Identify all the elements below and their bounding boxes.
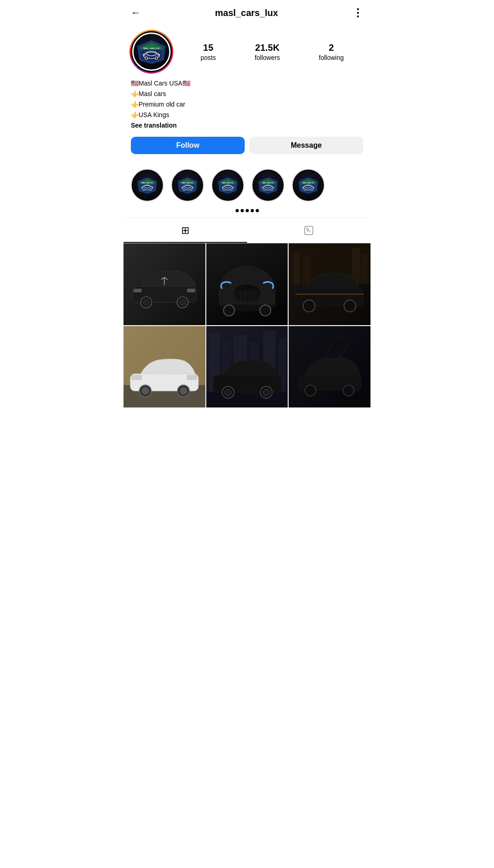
see-translation-button[interactable]: See translation: [131, 121, 363, 130]
grid-tab[interactable]: ⊞: [124, 218, 247, 243]
highlight-item[interactable]: MASL_CARS_LUX: [252, 169, 285, 202]
followers-label: followers: [255, 54, 280, 61]
message-button[interactable]: Message: [249, 137, 363, 154]
svg-rect-35: [232, 187, 233, 188]
grid-item[interactable]: [289, 326, 370, 408]
dot-4: [251, 209, 254, 212]
highlight-logo: MASL_CARS_LUX: [218, 177, 238, 193]
bio-line-2: ⚜️Masl cars: [131, 89, 363, 99]
highlight-logo: MASL_CARS_LUX: [177, 177, 198, 193]
svg-point-51: [311, 189, 313, 191]
highlight-circle: MASL_CARS_LUX: [211, 169, 244, 202]
header: ← masl_cars_lux ⋮: [124, 0, 370, 26]
grid-item[interactable]: [289, 243, 370, 325]
svg-rect-25: [182, 187, 183, 188]
highlight-circle: MASL_CARS_LUX: [171, 169, 204, 202]
svg-point-50: [304, 189, 306, 191]
dot-2: [241, 209, 244, 212]
grid-item[interactable]: [124, 243, 205, 325]
highlights-dots: [124, 209, 370, 218]
svg-point-77: [260, 305, 271, 316]
svg-rect-52: [303, 187, 304, 188]
svg-text:MASL_CARS_LUX: MASL_CARS_LUX: [303, 182, 314, 184]
more-options-button[interactable]: ⋮: [352, 6, 363, 19]
svg-point-15: [150, 189, 152, 191]
svg-rect-43: [263, 187, 264, 188]
svg-text:MASL_CARS_LUX: MASL_CARS_LUX: [142, 182, 153, 184]
tagged-icon: [303, 225, 314, 236]
highlight-circle: MASL_CARS_LUX: [252, 169, 285, 202]
svg-point-110: [263, 389, 269, 396]
car-photo-5: [206, 326, 288, 408]
followers-stat[interactable]: 21.5K followers: [255, 43, 280, 61]
profile-logo-svg: MASL_CARS_LUX: [137, 40, 166, 64]
action-buttons: Follow Message: [131, 137, 363, 154]
svg-point-41: [263, 189, 265, 191]
svg-point-6: [155, 57, 158, 59]
posts-count: 15: [203, 43, 213, 53]
svg-rect-8: [157, 54, 160, 55]
svg-point-33: [231, 189, 232, 191]
bio-line-3: ⚜️Premium old car: [131, 100, 363, 109]
posts-stat[interactable]: 15 posts: [200, 43, 215, 61]
highlight-circle: MASL_CARS_LUX: [292, 169, 325, 202]
highlight-item[interactable]: MASL_CARS_LUX: [131, 169, 164, 202]
car-photo-6: [289, 326, 370, 408]
svg-point-56: [306, 228, 308, 230]
svg-point-86: [344, 300, 356, 312]
highlight-logo: MASL_CARS_LUX: [137, 177, 157, 193]
car-photo-2: [206, 243, 288, 325]
svg-rect-26: [192, 187, 193, 188]
bio-section: 🇺🇸Masl Cars USA🇺🇸 ⚜️Masl cars ⚜️Premium …: [131, 79, 363, 130]
svg-rect-44: [272, 187, 274, 188]
grid-item[interactable]: [206, 326, 288, 408]
svg-text:MASL_CARS_LUX: MASL_CARS_LUX: [143, 47, 159, 49]
avatar[interactable]: MASL_CARS_LUX: [131, 31, 172, 72]
svg-rect-7: [143, 54, 145, 55]
svg-point-95: [180, 388, 187, 394]
svg-point-14: [143, 189, 145, 191]
following-stat[interactable]: 2 following: [319, 43, 344, 61]
svg-text:MASL_CARS_LUX: MASL_CARS_LUX: [263, 182, 274, 184]
svg-rect-53: [312, 187, 314, 188]
photo-grid: [124, 243, 370, 407]
svg-rect-80: [293, 252, 300, 284]
username-title: masl_cars_lux: [141, 8, 352, 18]
grid-item[interactable]: [124, 326, 205, 408]
svg-text:MASL_CARS_LUX: MASL_CARS_LUX: [182, 182, 193, 184]
stats-container: 15 posts 21.5K followers 2 following: [181, 43, 363, 61]
back-button[interactable]: ←: [131, 7, 141, 19]
svg-point-60: [143, 299, 150, 305]
svg-point-108: [225, 389, 231, 396]
followers-count: 21.5K: [255, 43, 279, 53]
highlight-item[interactable]: MASL_CARS_LUX: [292, 169, 325, 202]
bio-line-1: 🇺🇸Masl Cars USA🇺🇸: [131, 79, 363, 88]
highlight-logo: MASL_CARS_LUX: [298, 177, 318, 193]
highlights-section: MASL_CARS_LUX MASL_CARS_LUX: [124, 165, 370, 209]
svg-point-42: [271, 189, 273, 191]
svg-rect-16: [142, 187, 143, 188]
svg-rect-105: [206, 392, 288, 408]
svg-text:MASL_CARS_LUX: MASL_CARS_LUX: [222, 182, 233, 184]
highlight-item[interactable]: MASL_CARS_LUX: [171, 169, 204, 202]
dot-3: [246, 209, 249, 212]
grid-item[interactable]: [206, 243, 288, 325]
svg-rect-71: [236, 291, 258, 301]
bio-line-4: ⚜️USA Kings: [131, 110, 363, 120]
svg-point-93: [142, 388, 149, 394]
tagged-tab[interactable]: [247, 218, 370, 243]
highlight-item[interactable]: MASL_CARS_LUX: [211, 169, 244, 202]
car-photo-4: [124, 326, 205, 408]
dot-5: [256, 209, 259, 212]
svg-point-113: [305, 385, 316, 396]
svg-point-85: [303, 300, 315, 312]
following-label: following: [319, 54, 344, 61]
svg-rect-96: [132, 375, 142, 380]
profile-top: MASL_CARS_LUX 15 posts 21.5K followers 2…: [131, 31, 363, 72]
svg-point-114: [343, 385, 354, 396]
svg-point-62: [179, 299, 186, 305]
svg-rect-97: [187, 375, 197, 380]
follow-button[interactable]: Follow: [131, 137, 245, 154]
tab-bar: ⊞: [124, 218, 370, 243]
highlight-logo: MASL_CARS_LUX: [258, 177, 278, 193]
